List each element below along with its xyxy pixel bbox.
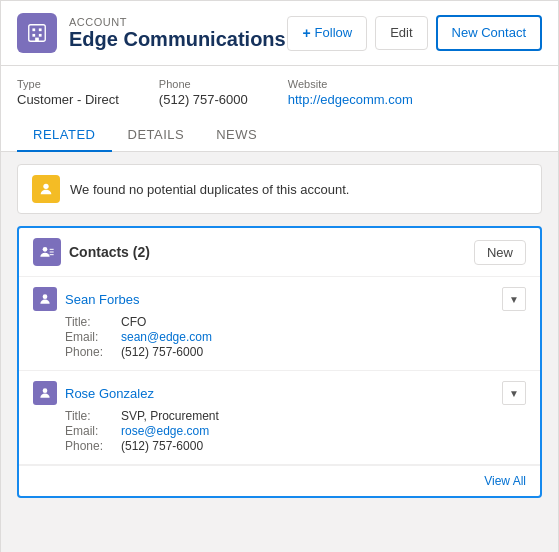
website-label: Website [288,78,413,90]
header-actions: + Follow Edit New Contact [287,15,542,51]
contact-dropdown-sean[interactable]: ▼ [502,287,526,311]
sean-title-value: CFO [121,315,146,329]
svg-rect-1 [32,28,35,31]
svg-rect-3 [32,34,35,37]
main-content: We found no potential duplicates of this… [1,152,558,552]
tab-details[interactable]: DETAILS [112,119,201,152]
rose-phone-row: Phone: (512) 757-6000 [65,439,526,453]
rose-title-label: Title: [65,409,113,423]
contact-header-left-sean: Sean Forbes [33,287,139,311]
phone-field: Phone (512) 757-6000 [159,78,248,107]
view-all-row: View All [19,465,540,496]
type-value: Customer - Direct [17,92,119,107]
website-link[interactable]: http://edgecomm.com [288,92,413,107]
svg-point-11 [43,294,48,299]
contacts-header-left: Contacts (2) [33,238,150,266]
contact-dropdown-rose[interactable]: ▼ [502,381,526,405]
phone-value: (512) 757-6000 [159,92,248,107]
rose-title-value: SVP, Procurement [121,409,219,423]
svg-rect-4 [39,34,42,37]
contact-item-rose: Rose Gonzalez ▼ Title: SVP, Procurement … [19,371,540,465]
account-title: Edge Communications [69,28,287,51]
sean-phone-value: (512) 757-6000 [121,345,203,359]
edit-button[interactable]: Edit [375,16,427,50]
plus-icon: + [302,23,310,44]
contacts-list-icon [39,244,55,260]
contacts-panel: Contacts (2) New Sean Forbes [17,226,542,498]
svg-rect-2 [39,28,42,31]
tab-news[interactable]: NEWS [200,119,273,152]
contact-header-row-rose: Rose Gonzalez ▼ [33,381,526,405]
view-all-link[interactable]: View All [484,474,526,488]
account-header: ACCOUNT Edge Communications + Follow Edi… [1,1,558,66]
fields-row: Type Customer - Direct Phone (512) 757-6… [1,66,558,115]
rose-email-label: Email: [65,424,113,438]
svg-point-7 [43,247,48,252]
follow-label: Follow [315,23,353,43]
follow-button[interactable]: + Follow [287,16,367,51]
sean-phone-row: Phone: (512) 757-6000 [65,345,526,359]
duplicate-banner: We found no potential duplicates of this… [17,164,542,214]
chevron-down-icon-rose: ▼ [509,388,519,399]
contacts-panel-header: Contacts (2) New [19,228,540,277]
page-container: ACCOUNT Edge Communications + Follow Edi… [0,0,559,552]
rose-email-row: Email: rose@edge.com [65,424,526,438]
contact-name-rose[interactable]: Rose Gonzalez [65,386,154,401]
contact-header-left-rose: Rose Gonzalez [33,381,154,405]
contacts-title: Contacts (2) [69,244,150,260]
duplicate-text: We found no potential duplicates of this… [70,182,349,197]
tabs-bar: RELATED DETAILS NEWS [1,119,558,152]
website-field: Website http://edgecomm.com [288,78,413,107]
contacts-new-button[interactable]: New [474,240,526,265]
contacts-icon [33,238,61,266]
account-label: ACCOUNT [69,16,287,28]
sean-title-label: Title: [65,315,113,329]
rose-phone-value: (512) 757-6000 [121,439,203,453]
contact-fields-sean: Title: CFO Email: sean@edge.com Phone: (… [65,315,526,359]
account-icon [17,13,57,53]
sean-title-row: Title: CFO [65,315,526,329]
tab-related[interactable]: RELATED [17,119,112,152]
person-icon [38,181,54,197]
svg-point-12 [43,388,48,393]
header-text: ACCOUNT Edge Communications [69,16,287,51]
type-label: Type [17,78,119,90]
building-icon [26,22,48,44]
rose-phone-label: Phone: [65,439,113,453]
rose-email-value[interactable]: rose@edge.com [121,424,209,438]
contact-icon-rose [33,381,57,405]
phone-label: Phone [159,78,248,90]
warning-icon [32,175,60,203]
svg-point-6 [43,184,48,189]
person-icon-sean [38,292,52,306]
contact-name-sean[interactable]: Sean Forbes [65,292,139,307]
rose-title-row: Title: SVP, Procurement [65,409,526,423]
sean-phone-label: Phone: [65,345,113,359]
type-field: Type Customer - Direct [17,78,119,107]
chevron-down-icon: ▼ [509,294,519,305]
new-contact-button[interactable]: New Contact [436,15,542,51]
svg-rect-5 [35,38,39,42]
sean-email-row: Email: sean@edge.com [65,330,526,344]
contact-icon-sean [33,287,57,311]
sean-email-label: Email: [65,330,113,344]
contact-item-sean: Sean Forbes ▼ Title: CFO Email: sean@edg… [19,277,540,371]
person-icon-rose [38,386,52,400]
contact-fields-rose: Title: SVP, Procurement Email: rose@edge… [65,409,526,453]
contact-header-row-sean: Sean Forbes ▼ [33,287,526,311]
sean-email-value[interactable]: sean@edge.com [121,330,212,344]
